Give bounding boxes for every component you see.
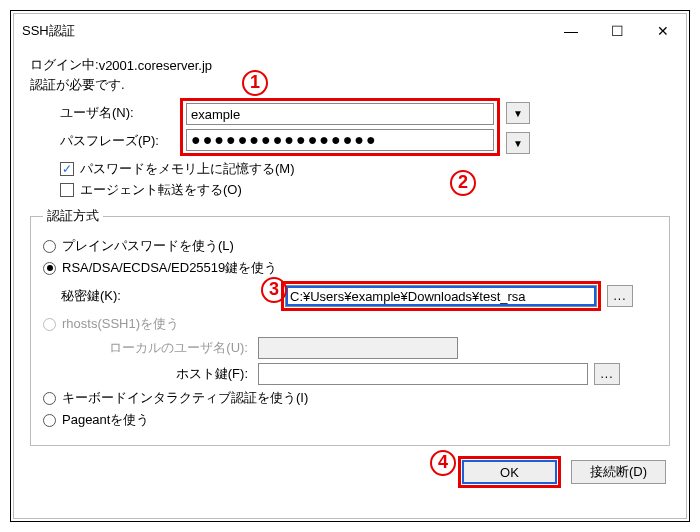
annotation-4: 4 xyxy=(430,450,456,476)
button-bar: 4 OK 接続断(D) xyxy=(30,446,670,488)
passphrase-input[interactable]: ●●●●●●●●●●●●●●●● xyxy=(186,129,494,151)
host-key-input[interactable] xyxy=(258,363,588,385)
username-label: ユーザ名(N): xyxy=(30,104,180,122)
agent-forward-checkbox[interactable] xyxy=(60,183,74,197)
plain-password-label: プレインパスワードを使う(L) xyxy=(62,237,234,255)
window-title: SSH認証 xyxy=(22,22,548,40)
auth-method-fieldset: 認証方式 プレインパスワードを使う(L) RSA/DSA/ECDSA/ED255… xyxy=(30,207,670,446)
remember-password-checkbox[interactable]: ✓ xyxy=(60,162,74,176)
passphrase-dropdown[interactable]: ▼ xyxy=(506,132,530,154)
chevron-down-icon: ▼ xyxy=(513,138,523,149)
host-key-label: ホスト鍵(F): xyxy=(43,365,258,383)
agent-forward-label: エージェント転送をする(O) xyxy=(80,181,242,199)
titlebar: SSH認証 — ☐ ✕ xyxy=(14,14,686,48)
rhosts-label: rhosts(SSH1)を使う xyxy=(62,315,179,333)
username-input[interactable] xyxy=(186,103,494,125)
rhosts-option: rhosts(SSH1)を使う xyxy=(43,315,657,333)
pageant-label: Pageantを使う xyxy=(62,411,149,429)
local-user-input xyxy=(258,337,458,359)
check-icon: ✓ xyxy=(62,163,72,175)
dialog-window: SSH認証 — ☐ ✕ ログイン中: v2001.coreserver.jp 認… xyxy=(13,13,687,519)
minimize-button[interactable]: — xyxy=(548,14,594,48)
login-host: v2001.coreserver.jp xyxy=(99,58,212,73)
plain-password-option[interactable]: プレインパスワードを使う(L) xyxy=(43,237,657,255)
rhosts-radio xyxy=(43,318,56,331)
remember-password-row[interactable]: ✓ パスワードをメモリ上に記憶する(M) xyxy=(60,160,670,178)
auth-required: 認証が必要です. xyxy=(30,76,670,94)
close-button[interactable]: ✕ xyxy=(640,14,686,48)
auth-method-legend: 認証方式 xyxy=(43,207,103,225)
rsa-key-radio[interactable] xyxy=(43,262,56,275)
private-key-highlight xyxy=(281,281,601,311)
chevron-down-icon: ▼ xyxy=(513,108,523,119)
username-dropdown[interactable]: ▼ xyxy=(506,102,530,124)
keyboard-interactive-label: キーボードインタラクティブ認証を使う(I) xyxy=(62,389,308,407)
ok-highlight: OK xyxy=(458,456,561,488)
login-status: ログイン中: v2001.coreserver.jp xyxy=(30,56,670,74)
plain-password-radio[interactable] xyxy=(43,240,56,253)
agent-forward-row[interactable]: エージェント転送をする(O) xyxy=(60,181,670,199)
dialog-body: ログイン中: v2001.coreserver.jp 認証が必要です. 1 2 … xyxy=(14,48,686,498)
keyboard-interactive-radio[interactable] xyxy=(43,392,56,405)
pageant-option[interactable]: Pageantを使う xyxy=(43,411,657,429)
private-key-label: 秘密鍵(K): xyxy=(61,287,151,305)
close-icon: ✕ xyxy=(657,23,669,39)
outer-frame: SSH認証 — ☐ ✕ ログイン中: v2001.coreserver.jp 認… xyxy=(10,10,690,522)
maximize-button[interactable]: ☐ xyxy=(594,14,640,48)
rsa-key-label: RSA/DSA/ECDSA/ED25519鍵を使う xyxy=(62,259,277,277)
local-user-label: ローカルのユーザ名(U): xyxy=(43,339,258,357)
keyboard-interactive-option[interactable]: キーボードインタラクティブ認証を使う(I) xyxy=(43,389,657,407)
pageant-radio[interactable] xyxy=(43,414,56,427)
rsa-key-option[interactable]: RSA/DSA/ECDSA/ED25519鍵を使う xyxy=(43,259,657,277)
ok-button[interactable]: OK xyxy=(462,460,557,484)
remember-password-label: パスワードをメモリ上に記憶する(M) xyxy=(80,160,295,178)
maximize-icon: ☐ xyxy=(611,23,624,39)
private-key-browse-button[interactable]: ... xyxy=(607,285,633,307)
private-key-input[interactable] xyxy=(285,285,597,307)
credentials-highlight: ●●●●●●●●●●●●●●●● xyxy=(180,98,500,156)
host-key-browse-button[interactable]: ... xyxy=(594,363,620,385)
passphrase-label: パスフレーズ(P): xyxy=(30,132,180,150)
login-prefix: ログイン中: xyxy=(30,56,99,74)
minimize-icon: — xyxy=(564,23,578,39)
disconnect-button[interactable]: 接続断(D) xyxy=(571,460,666,484)
